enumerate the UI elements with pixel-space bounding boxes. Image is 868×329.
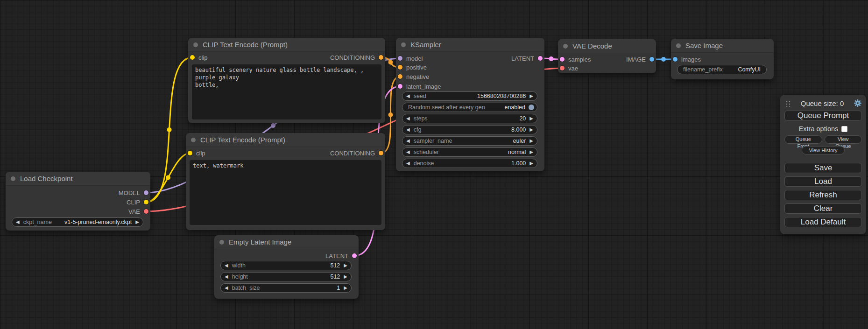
latent-port-icon[interactable] <box>352 253 357 258</box>
ksampler-widget-steps[interactable]: ◀steps20▶ <box>402 114 537 123</box>
link-midpoint-dot-1[interactable] <box>167 127 172 132</box>
link-midpoint-dot-0[interactable] <box>271 123 275 128</box>
decrement-arrow-icon[interactable]: ◀ <box>402 150 414 154</box>
increment-arrow-icon[interactable]: ▶ <box>132 220 143 224</box>
vae-port-icon[interactable] <box>560 66 565 70</box>
decrement-arrow-icon[interactable]: ◀ <box>221 286 232 290</box>
link-midpoint-dot-2[interactable] <box>166 175 170 180</box>
collapse-dot-icon[interactable] <box>11 176 15 181</box>
decrement-arrow-icon[interactable]: ◀ <box>12 220 23 224</box>
empty-latent-image-widget-batch_size[interactable]: ◀batch_size1▶ <box>220 283 352 293</box>
latent-port-icon[interactable] <box>538 56 543 61</box>
save-button[interactable]: Save <box>784 163 862 173</box>
ksampler-widget-sampler_name[interactable]: ◀sampler_nameeuler▶ <box>402 136 537 146</box>
ksampler-widget-seed[interactable]: ◀seed156680208700286▶ <box>402 91 537 101</box>
ksampler-output-LATENT[interactable]: LATENT <box>511 56 543 61</box>
latent-port-icon[interactable] <box>398 84 402 89</box>
model-port-icon[interactable] <box>398 56 402 61</box>
collapse-dot-icon[interactable] <box>191 138 196 142</box>
link-midpoint-dot-5[interactable] <box>388 112 393 117</box>
increment-arrow-icon[interactable]: ▶ <box>526 150 537 154</box>
node-empty-latent-image[interactable]: Empty Latent ImageLATENT◀width512▶◀heigh… <box>214 235 359 299</box>
decrement-arrow-icon[interactable]: ◀ <box>221 263 232 268</box>
clip-text-encode-positive-output-CONDITIONING[interactable]: CONDITIONING <box>330 55 383 60</box>
ksampler-input-latent_image[interactable]: latent_image <box>398 84 441 89</box>
increment-arrow-icon[interactable]: ▶ <box>526 94 537 98</box>
vae-decode-input-samples[interactable]: samples <box>560 56 591 62</box>
model-port-icon[interactable] <box>144 190 148 195</box>
node-vae-decode-titlebar[interactable]: VAE Decode <box>558 39 656 53</box>
ksampler-widget-random-seed-after-every-gen[interactable]: Random seed after every genenabled <box>402 103 537 112</box>
collapse-dot-icon[interactable] <box>563 44 568 49</box>
save-image-input-images[interactable]: images <box>673 56 701 62</box>
increment-arrow-icon[interactable]: ▶ <box>526 139 537 143</box>
increment-arrow-icon[interactable]: ▶ <box>526 116 537 121</box>
decrement-arrow-icon[interactable]: ◀ <box>402 94 414 98</box>
load-checkpoint-output-CLIP[interactable]: CLIP <box>127 199 148 205</box>
decrement-arrow-icon[interactable]: ◀ <box>402 116 414 121</box>
node-load-checkpoint-titlebar[interactable]: Load Checkpoint <box>6 172 150 186</box>
vae-decode-output-IMAGE[interactable]: IMAGE <box>626 56 654 62</box>
load-button[interactable]: Load <box>784 176 862 187</box>
conditioning-port-icon[interactable] <box>398 65 402 70</box>
decrement-arrow-icon[interactable]: ◀ <box>402 139 414 143</box>
queue-front-button[interactable]: Queue Front <box>784 135 822 144</box>
node-clip-text-encode-positive[interactable]: CLIP Text Encode (Prompt)clipCONDITIONIN… <box>188 38 385 123</box>
decrement-arrow-icon[interactable]: ◀ <box>402 161 414 166</box>
node-ksampler-titlebar[interactable]: KSampler <box>396 38 544 52</box>
image-port-icon[interactable] <box>673 57 677 62</box>
collapse-dot-icon[interactable] <box>219 240 224 245</box>
clip-text-encode-negative-input-clip[interactable]: clip <box>188 150 205 156</box>
empty-latent-image-widget-height[interactable]: ◀height512▶ <box>220 272 352 281</box>
clip-text-encode-negative-output-CONDITIONING[interactable]: CONDITIONING <box>330 150 383 156</box>
clip-port-icon[interactable] <box>144 200 148 204</box>
node-load-checkpoint[interactable]: Load CheckpointMODELCLIPVAE◀ckpt_namev1-… <box>6 172 150 231</box>
save-image-widget-filename_prefix[interactable]: filename_prefixComfyUI <box>677 65 767 74</box>
increment-arrow-icon[interactable]: ▶ <box>526 161 537 166</box>
collapse-dot-icon[interactable] <box>193 42 198 47</box>
node-ksampler[interactable]: KSamplermodelpositivenegativelatent_imag… <box>396 38 544 171</box>
conditioning-port-icon[interactable] <box>379 151 383 155</box>
vae-port-icon[interactable] <box>144 209 148 214</box>
empty-latent-image-output-LATENT[interactable]: LATENT <box>325 253 357 259</box>
increment-arrow-icon[interactable]: ▶ <box>340 274 351 279</box>
node-clip-text-encode-negative-titlebar[interactable]: CLIP Text Encode (Prompt) <box>186 133 385 147</box>
node-vae-decode[interactable]: VAE DecodesamplesvaeIMAGE <box>558 39 656 73</box>
toggle-dot-icon[interactable] <box>529 105 534 110</box>
clip-port-icon[interactable] <box>188 151 192 155</box>
increment-arrow-icon[interactable]: ▶ <box>340 286 351 290</box>
queue-prompt-button[interactable]: Queue Prompt <box>784 111 862 121</box>
node-clip-text-encode-positive-titlebar[interactable]: CLIP Text Encode (Prompt) <box>188 38 385 52</box>
node-save-image[interactable]: Save Imageimagesfilename_prefixComfyUI <box>671 39 774 79</box>
refresh-button[interactable]: Refresh <box>784 190 862 200</box>
decrement-arrow-icon[interactable]: ◀ <box>221 274 232 279</box>
ksampler-input-positive[interactable]: positive <box>398 64 427 70</box>
latent-port-icon[interactable] <box>560 57 565 62</box>
ksampler-widget-cfg[interactable]: ◀cfg8.000▶ <box>402 125 537 134</box>
conditioning-port-icon[interactable] <box>379 55 383 60</box>
link-midpoint-dot-8[interactable] <box>661 57 666 62</box>
ksampler-widget-scheduler[interactable]: ◀schedulernormal▶ <box>402 147 537 157</box>
ksampler-input-model[interactable]: model <box>398 56 423 61</box>
extra-options-checkbox[interactable] <box>841 126 847 132</box>
load-checkpoint-widget-ckpt_name[interactable]: ◀ckpt_namev1-5-pruned-emaonly.ckpt▶ <box>12 217 143 227</box>
clip-text-encode-negative-prompt-textarea[interactable]: text, watermark <box>190 160 381 225</box>
clip-port-icon[interactable] <box>190 55 195 60</box>
load-default-button[interactable]: Load Default <box>784 217 862 227</box>
collapse-dot-icon[interactable] <box>676 43 681 48</box>
drag-handle-icon[interactable] <box>785 99 791 107</box>
link-midpoint-dot-7[interactable] <box>549 56 554 61</box>
load-checkpoint-output-MODEL[interactable]: MODEL <box>119 190 148 196</box>
link-midpoint-dot-4[interactable] <box>388 60 393 65</box>
node-empty-latent-image-titlebar[interactable]: Empty Latent Image <box>214 235 359 249</box>
node-graph-canvas[interactable]: Load CheckpointMODELCLIPVAE◀ckpt_namev1-… <box>0 0 868 329</box>
image-port-icon[interactable] <box>649 57 654 62</box>
conditioning-port-icon[interactable] <box>398 74 402 79</box>
view-queue-button[interactable]: View Queue <box>825 135 862 144</box>
node-clip-text-encode-negative[interactable]: CLIP Text Encode (Prompt)clipCONDITIONIN… <box>186 133 385 230</box>
view-history-button[interactable]: View History <box>802 146 845 154</box>
clip-text-encode-positive-prompt-textarea[interactable]: beautiful scenery nature glass bottle la… <box>192 64 381 119</box>
vae-decode-input-vae[interactable]: vae <box>560 65 578 71</box>
increment-arrow-icon[interactable]: ▶ <box>340 263 351 268</box>
settings-gear-icon[interactable] <box>854 99 862 107</box>
